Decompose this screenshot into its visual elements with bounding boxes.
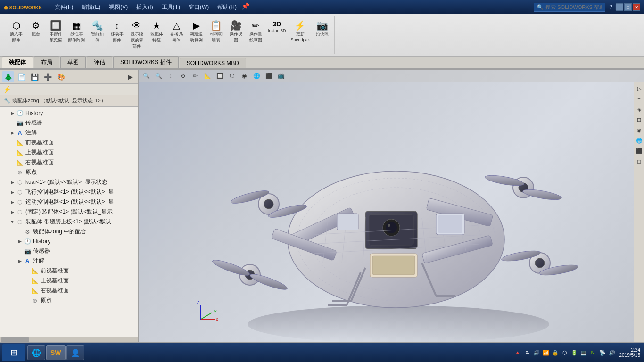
start-button[interactable]: ⊞ bbox=[2, 344, 25, 361]
vp-appearance-btn[interactable]: ⬛ bbox=[264, 71, 274, 81]
tray-icon-4[interactable]: ⬡ bbox=[561, 349, 569, 356]
right-icon-7[interactable]: ⬛ bbox=[635, 146, 644, 156]
tray-icon-network[interactable]: 🖧 bbox=[523, 349, 531, 356]
horizontal-scrollbar[interactable] bbox=[0, 337, 138, 342]
right-icon-5[interactable]: ◉ bbox=[635, 125, 644, 135]
tree-header-icon: 🔧 bbox=[4, 98, 10, 104]
tree-item-sensor-2[interactable]: 📷 传感器 bbox=[0, 246, 138, 256]
vp-rotate-btn[interactable]: ↕ bbox=[165, 71, 176, 81]
vp-lights-btn[interactable]: ◉ bbox=[239, 71, 249, 81]
panel-tool-add[interactable]: ➕ bbox=[41, 71, 54, 82]
vp-zoom2-btn[interactable]: 🔍 bbox=[153, 71, 164, 81]
vp-monitor-btn[interactable]: 📺 bbox=[276, 71, 286, 81]
ribbon-btn-smart[interactable]: 🔩 智能扣件 bbox=[88, 20, 107, 50]
minimize-btn[interactable]: — bbox=[616, 3, 623, 11]
panel-tool-config[interactable]: 💾 bbox=[28, 71, 41, 82]
tree-item-mate-in-zong[interactable]: ⚙ 装配体zong 中的配合 bbox=[0, 227, 138, 237]
right-icon-3[interactable]: ◈ bbox=[635, 105, 644, 114]
vp-measure-btn[interactable]: 📐 bbox=[202, 71, 213, 81]
panel-tool-tree[interactable]: 🌲 bbox=[2, 71, 14, 82]
close-btn[interactable]: ✕ bbox=[633, 3, 640, 11]
tray-icon-2[interactable]: 📶 bbox=[542, 349, 550, 356]
tree-item-motion-ctrl[interactable]: ▶ ⬡ 运动控制电路<1> (默认<<默认>_显 bbox=[0, 197, 138, 207]
right-icon-8[interactable]: ◻ bbox=[635, 156, 644, 166]
ribbon-btn-insert-part[interactable]: ⬡ 插入零部件 bbox=[7, 20, 25, 50]
tab-layout[interactable]: 布局 bbox=[34, 56, 59, 68]
tray-icon-audio[interactable]: 🔊 bbox=[533, 349, 540, 356]
tree-item-origin[interactable]: ⊕ 原点 bbox=[0, 167, 138, 177]
taskbar-user[interactable]: 👤 bbox=[66, 345, 84, 360]
search-box[interactable]: 🔍 bbox=[534, 3, 605, 12]
tree-item-origin-2[interactable]: ⊕ 原点 bbox=[0, 296, 138, 305]
vp-scene-btn[interactable]: 🌐 bbox=[251, 71, 262, 81]
tray-icon-6[interactable]: 💻 bbox=[580, 349, 587, 356]
ribbon-btn-show-hidden[interactable]: 👁 显示隐藏的零部件 bbox=[127, 20, 146, 50]
menu-help[interactable]: 帮助(H) bbox=[214, 2, 240, 12]
tree-item-history-1[interactable]: ▶ 🕐 History bbox=[0, 108, 138, 118]
ribbon-btn-assembly-feature[interactable]: ★ 装配体特征 bbox=[147, 20, 166, 50]
menu-edit[interactable]: 编辑(E) bbox=[78, 2, 104, 12]
tree-item-annotation-2[interactable]: ▶ A 注解 bbox=[0, 256, 138, 266]
tree-item-wing-assembly[interactable]: ▼ ⬡ 装配体 带翅膀上板<1> (默认<默认 bbox=[0, 217, 138, 227]
maximize-btn[interactable]: □ bbox=[624, 3, 632, 11]
vp-sketch-btn[interactable]: ✏ bbox=[190, 71, 200, 81]
tree-item-right-plane-2[interactable]: 📐 右视基准面 bbox=[0, 286, 138, 296]
ribbon-btn-bom[interactable]: 📋 材料明细表 bbox=[206, 20, 225, 50]
ribbon-btn-array[interactable]: ▦ 线性零部件阵列 bbox=[66, 20, 87, 50]
search-input[interactable] bbox=[545, 4, 602, 10]
vp-display-btn[interactable]: ⬡ bbox=[227, 71, 237, 81]
menu-window[interactable]: 窗口(W) bbox=[185, 2, 213, 12]
vp-target-btn[interactable]: ⊙ bbox=[178, 71, 188, 81]
3d-viewport[interactable]: 🔍 🔍 ↕ ⊙ ✏ 📐 🔲 ⬡ ◉ 🌐 ⬛ 📺 bbox=[139, 70, 644, 342]
tree-item-annotation-1[interactable]: ▶ A 注解 bbox=[0, 128, 138, 138]
ribbon-btn-move[interactable]: ↕ 移动零部件 bbox=[107, 20, 126, 50]
menu-file[interactable]: 文件(F) bbox=[51, 2, 77, 12]
tray-icon-graphics[interactable]: N bbox=[589, 349, 597, 356]
taskbar-ie[interactable]: 🌐 bbox=[27, 345, 45, 360]
menu-insert[interactable]: 插入(I) bbox=[132, 2, 157, 12]
taskbar-solidworks[interactable]: SW bbox=[46, 345, 66, 360]
tree-item-front-plane[interactable]: 📐 前视基准面 bbox=[0, 138, 138, 148]
ribbon-btn-speedpak[interactable]: ⚡ 更新Speedpak bbox=[289, 20, 312, 50]
ribbon-btn-preview[interactable]: 🔲 零部件预览窗 bbox=[46, 20, 65, 50]
help-btn[interactable]: ? bbox=[609, 4, 612, 10]
tree-item-front-plane-2[interactable]: 📐 前视基准面 bbox=[0, 266, 138, 276]
menu-view[interactable]: 视图(V) bbox=[105, 2, 132, 12]
right-icon-1[interactable]: ▷ bbox=[635, 84, 644, 93]
panel-expand-btn[interactable]: ▶ bbox=[124, 71, 136, 82]
tree-item-history-2[interactable]: ▶ 🕐 History bbox=[0, 237, 138, 246]
tab-sketch[interactable]: 草图 bbox=[60, 56, 86, 68]
ribbon-btn-operate-view[interactable]: 🎥 操作视图 bbox=[226, 20, 245, 50]
tree-item-kuai[interactable]: ▶ ⬡ kuai<1> (默认<<默认>_显示状态 bbox=[0, 177, 138, 187]
ribbon-btn-new-motion[interactable]: ▶ 新建运动算例 bbox=[187, 20, 206, 50]
tray-icon-1[interactable]: 🔺 bbox=[514, 349, 521, 356]
tree-item-right-plane[interactable]: 📐 右视基准面 bbox=[0, 157, 138, 167]
tray-icon-bluetooth[interactable]: 📡 bbox=[599, 349, 606, 356]
tray-icon-volume[interactable]: 🔊 bbox=[608, 349, 616, 356]
tray-icon-5[interactable]: 🔋 bbox=[570, 349, 578, 356]
panel-tool-property[interactable]: 📄 bbox=[15, 71, 27, 82]
tab-evaluate[interactable]: 评估 bbox=[87, 56, 112, 68]
tree-item-flight-ctrl[interactable]: ▶ ⬡ 飞行控制电路<1> (默认<<默认>_显 bbox=[0, 187, 138, 197]
tray-icon-3[interactable]: 🔒 bbox=[552, 349, 559, 356]
tab-solidworks-plugin[interactable]: SOLIDWORKS 插件 bbox=[113, 56, 179, 68]
ribbon-btn-sketch[interactable]: ✏ 操作量线草图 bbox=[246, 20, 265, 50]
panel-tool-display[interactable]: 🎨 bbox=[55, 71, 67, 82]
vp-section-btn[interactable]: 🔲 bbox=[215, 71, 225, 81]
right-icon-2[interactable]: ≡ bbox=[635, 94, 644, 104]
ribbon-btn-reference[interactable]: △ 参考几何体 bbox=[167, 20, 186, 50]
tree-item-top-plane[interactable]: 📐 上视基准面 bbox=[0, 148, 138, 157]
ribbon-btn-instant3d[interactable]: 3D Instant3D bbox=[266, 20, 288, 50]
menu-tools[interactable]: 工具(T) bbox=[158, 2, 184, 12]
ribbon-btn-mate[interactable]: ⚙ 配合 bbox=[26, 20, 45, 50]
vp-zoom-btn[interactable]: 🔍 bbox=[141, 71, 151, 81]
tree-item-top-plane-2[interactable]: 📐 上视基准面 bbox=[0, 276, 138, 286]
tree-item-sensor-1[interactable]: 📷 传感器 bbox=[0, 118, 138, 128]
right-icon-4[interactable]: ⊞ bbox=[635, 115, 644, 124]
ribbon-btn-snapshot[interactable]: 📷 拍快照 bbox=[313, 20, 331, 50]
pin-icon[interactable]: 📌 bbox=[241, 2, 249, 12]
tab-assembly[interactable]: 装配体 bbox=[2, 56, 33, 68]
right-icon-6[interactable]: 🌐 bbox=[635, 136, 644, 145]
tab-solidworks-mbd[interactable]: SOLIDWORKS MBD bbox=[180, 58, 246, 68]
tree-item-fixed-assembly[interactable]: ▶ ⬡ (固定) 装配体<1> (默认<默认_显示 bbox=[0, 207, 138, 217]
